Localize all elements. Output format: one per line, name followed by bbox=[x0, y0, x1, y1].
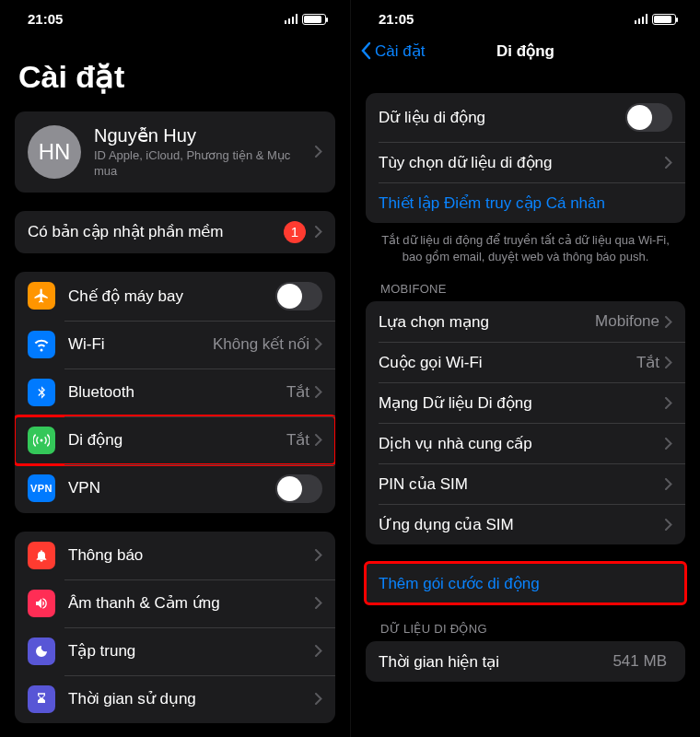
data-options-row[interactable]: Tùy chọn dữ liệu di động bbox=[366, 142, 685, 182]
status-time: 21:05 bbox=[28, 11, 63, 27]
airplane-icon bbox=[28, 282, 55, 310]
row-label: Ứng dụng của SIM bbox=[379, 515, 665, 534]
chevron-right-icon bbox=[665, 519, 672, 531]
chevron-right-icon bbox=[665, 397, 672, 409]
row-detail: Mobifone bbox=[595, 312, 659, 331]
vpn-row[interactable]: VPN VPN bbox=[15, 464, 335, 513]
signal-icon bbox=[285, 14, 298, 24]
chevron-right-icon bbox=[665, 157, 672, 169]
airplane-toggle[interactable] bbox=[275, 282, 322, 310]
cellular-row[interactable]: Di động Tắt bbox=[15, 416, 335, 464]
bluetooth-row[interactable]: Bluetooth Tắt bbox=[15, 368, 335, 416]
signal-icon bbox=[635, 14, 648, 24]
chevron-right-icon bbox=[665, 478, 672, 490]
screentime-row[interactable]: Thời gian sử dụng bbox=[15, 675, 335, 723]
chevron-right-icon bbox=[665, 438, 672, 450]
profile-name: Nguyễn Huy bbox=[94, 124, 315, 146]
row-label: Chế độ máy bay bbox=[68, 287, 275, 306]
hourglass-icon bbox=[28, 685, 55, 713]
status-icons bbox=[635, 14, 677, 25]
bluetooth-icon bbox=[28, 379, 55, 406]
row-link: Thêm gói cước di động bbox=[379, 574, 672, 593]
chevron-right-icon bbox=[315, 549, 322, 561]
carrier-header: MOBIFONE bbox=[366, 282, 685, 301]
page-title: Cài đặt bbox=[0, 30, 350, 111]
network-selection-row[interactable]: Lựa chọn mạng Mobifone bbox=[366, 301, 685, 342]
sim-pin-row[interactable]: PIN của SIM bbox=[366, 463, 685, 504]
add-cellular-plan-row[interactable]: Thêm gói cước di động bbox=[366, 563, 685, 603]
footer-note: Tắt dữ liệu di động để truyền tất cả dữ … bbox=[366, 232, 685, 282]
software-update-row[interactable]: Có bản cập nhật phần mềm 1 bbox=[15, 211, 335, 253]
row-label: Âm thanh & Cảm ứng bbox=[68, 593, 315, 613]
battery-icon bbox=[302, 14, 326, 25]
row-detail: 541 MB bbox=[612, 652, 667, 671]
profile-sub: ID Apple, iCloud, Phương tiện & Mục mua bbox=[94, 148, 306, 180]
battery-icon bbox=[652, 14, 676, 25]
cellular-data-toggle[interactable] bbox=[625, 103, 672, 132]
chevron-right-icon bbox=[315, 226, 322, 238]
row-label: VPN bbox=[68, 479, 275, 497]
chevron-right-icon bbox=[315, 386, 322, 398]
airplane-row[interactable]: Chế độ máy bay bbox=[15, 272, 335, 321]
chevron-right-icon bbox=[315, 338, 322, 350]
status-bar: 21:05 bbox=[0, 0, 350, 30]
row-label: Cuộc gọi Wi-Fi bbox=[379, 353, 636, 372]
chevron-right-icon bbox=[315, 597, 322, 609]
wifi-calling-row[interactable]: Cuộc gọi Wi-Fi Tắt bbox=[366, 342, 685, 382]
row-label: Mạng Dữ liệu Di động bbox=[379, 393, 665, 413]
usage-header: DỮ LIỆU DI ĐỘNG bbox=[366, 622, 685, 641]
carrier-services-row[interactable]: Dịch vụ nhà cung cấp bbox=[366, 423, 685, 463]
row-label: PIN của SIM bbox=[379, 474, 665, 494]
chevron-right-icon bbox=[315, 146, 322, 158]
chevron-right-icon bbox=[315, 645, 322, 657]
antenna-icon bbox=[28, 427, 55, 454]
cellular-screen: 21:05 Cài đặt Di động Dữ liệu di động Tù… bbox=[350, 0, 700, 737]
chevron-right-icon bbox=[665, 316, 672, 328]
row-label: Wi-Fi bbox=[68, 335, 213, 354]
moon-icon bbox=[28, 638, 55, 665]
row-label: Thời gian hiện tại bbox=[379, 652, 612, 672]
chevron-right-icon bbox=[315, 693, 322, 705]
speaker-icon bbox=[28, 590, 55, 617]
row-detail: Tắt bbox=[636, 353, 659, 372]
wifi-icon bbox=[28, 331, 55, 358]
badge: 1 bbox=[284, 221, 306, 243]
row-label: Dịch vụ nhà cung cấp bbox=[379, 434, 665, 453]
row-label: Bluetooth bbox=[68, 383, 286, 402]
row-label: Lựa chọn mạng bbox=[379, 312, 595, 332]
bell-icon bbox=[28, 542, 55, 569]
avatar: HN bbox=[28, 125, 81, 179]
sim-applications-row[interactable]: Ứng dụng của SIM bbox=[366, 504, 685, 544]
settings-screen: 21:05 Cài đặt HN Nguyễn Huy ID Apple, iC… bbox=[0, 0, 350, 737]
status-time: 21:05 bbox=[379, 11, 414, 27]
vpn-toggle[interactable] bbox=[275, 474, 322, 503]
back-label: Cài đặt bbox=[375, 41, 425, 61]
status-icons bbox=[285, 14, 327, 25]
status-bar: 21:05 bbox=[351, 0, 700, 30]
nav-bar: Cài đặt Di động bbox=[351, 30, 700, 71]
wifi-row[interactable]: Wi-Fi Không kết nối bbox=[15, 321, 335, 368]
row-label: Di động bbox=[68, 430, 286, 450]
cellular-data-row[interactable]: Dữ liệu di động bbox=[366, 93, 685, 142]
chevron-right-icon bbox=[315, 434, 322, 446]
row-detail: Tắt bbox=[286, 382, 309, 402]
sound-row[interactable]: Âm thanh & Cảm ứng bbox=[15, 579, 335, 627]
personal-hotspot-row[interactable]: Thiết lập Điểm truy cập Cá nhân bbox=[366, 182, 685, 223]
profile-row[interactable]: HN Nguyễn Huy ID Apple, iCloud, Phương t… bbox=[15, 111, 335, 193]
current-period-row[interactable]: Thời gian hiện tại 541 MB bbox=[366, 641, 685, 682]
row-label: Thông báo bbox=[68, 546, 315, 565]
row-label: Có bản cập nhật phần mềm bbox=[28, 222, 284, 241]
row-label: Thời gian sử dụng bbox=[68, 689, 315, 708]
focus-row[interactable]: Tập trung bbox=[15, 627, 335, 675]
back-button[interactable]: Cài đặt bbox=[360, 41, 425, 61]
chevron-right-icon bbox=[665, 357, 672, 368]
notifications-row[interactable]: Thông báo bbox=[15, 532, 335, 579]
row-label: Tập trung bbox=[68, 641, 315, 661]
row-detail: Tắt bbox=[286, 430, 309, 450]
cellular-data-network-row[interactable]: Mạng Dữ liệu Di động bbox=[366, 382, 685, 423]
vpn-icon: VPN bbox=[28, 474, 55, 502]
row-label: Dữ liệu di động bbox=[379, 108, 625, 127]
row-label: Tùy chọn dữ liệu di động bbox=[379, 153, 665, 172]
row-detail: Không kết nối bbox=[213, 334, 309, 354]
row-link: Thiết lập Điểm truy cập Cá nhân bbox=[379, 193, 672, 213]
